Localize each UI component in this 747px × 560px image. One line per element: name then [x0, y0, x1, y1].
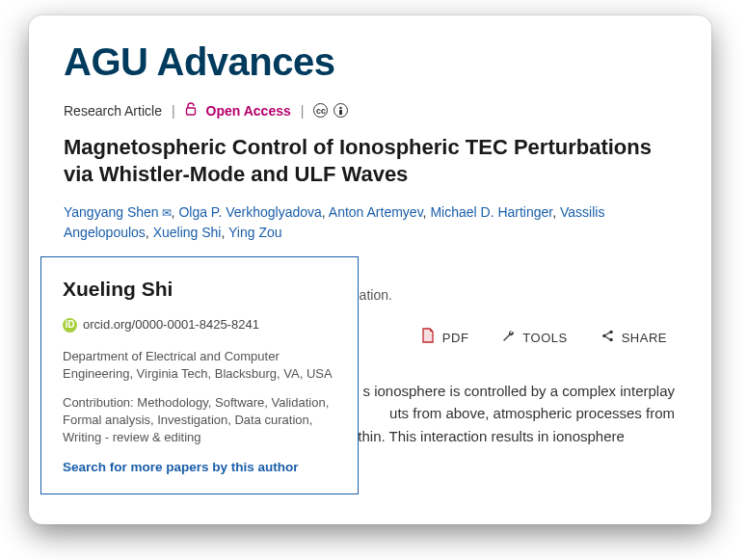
license-icons: cc [313, 103, 348, 118]
orcid-icon: iD [63, 318, 77, 333]
author-tooltip: Xueling Shi iD orcid.org/0000-0001-8425-… [40, 256, 359, 494]
author-link[interactable]: Olga P. Verkhoglyadova [178, 204, 321, 220]
article-type: Research Article [64, 103, 162, 119]
separator: | [301, 103, 305, 119]
author-link[interactable]: Michael D. Hartinger [430, 204, 552, 220]
author-link[interactable]: Ying Zou [228, 225, 282, 240]
svg-point-3 [609, 331, 613, 334]
pdf-icon [420, 328, 436, 347]
pdf-label: PDF [442, 331, 469, 345]
orcid-id: orcid.org/0000-0001-8425-8241 [83, 316, 259, 333]
mail-icon[interactable]: ✉ [162, 204, 172, 222]
open-access-label: Open Access [206, 103, 291, 119]
svg-point-2 [602, 334, 606, 338]
separator: | [172, 103, 175, 119]
cc-icon: cc [313, 103, 328, 118]
tooltip-contribution: Contribution: Methodology, Software, Val… [63, 394, 336, 447]
article-title: Magnetospheric Control of Ionospheric TE… [64, 134, 677, 187]
svg-point-1 [340, 107, 343, 110]
author-link[interactable]: Anton Artemyev [329, 204, 423, 220]
journal-title: AGU Advances [64, 42, 677, 81]
svg-rect-0 [186, 108, 195, 115]
meta-row: Research Article | Open Access | cc [64, 102, 677, 119]
share-icon [600, 329, 615, 346]
tooltip-author-name: Xueling Shi [63, 275, 336, 303]
author-link[interactable]: Yangyang Shen [64, 204, 159, 220]
orcid-row[interactable]: iD orcid.org/0000-0001-8425-8241 [63, 316, 336, 333]
share-label: SHARE [622, 331, 667, 345]
svg-point-4 [609, 338, 613, 342]
author-link[interactable]: Xueling Shi [153, 225, 222, 240]
share-button[interactable]: SHARE [600, 329, 667, 346]
tools-label: TOOLS [522, 331, 567, 345]
pdf-button[interactable]: PDF [420, 328, 469, 347]
wrench-icon [501, 329, 516, 346]
search-more-papers-link[interactable]: Search for more papers by this author [63, 459, 336, 477]
tooltip-affiliation: Department of Electrical and Computer En… [63, 348, 336, 383]
open-lock-icon [185, 102, 197, 119]
author-list: Yangyang Shen✉, Olga P. Verkhoglyadova, … [64, 202, 677, 243]
tools-button[interactable]: TOOLS [501, 329, 567, 346]
by-icon [333, 103, 348, 118]
